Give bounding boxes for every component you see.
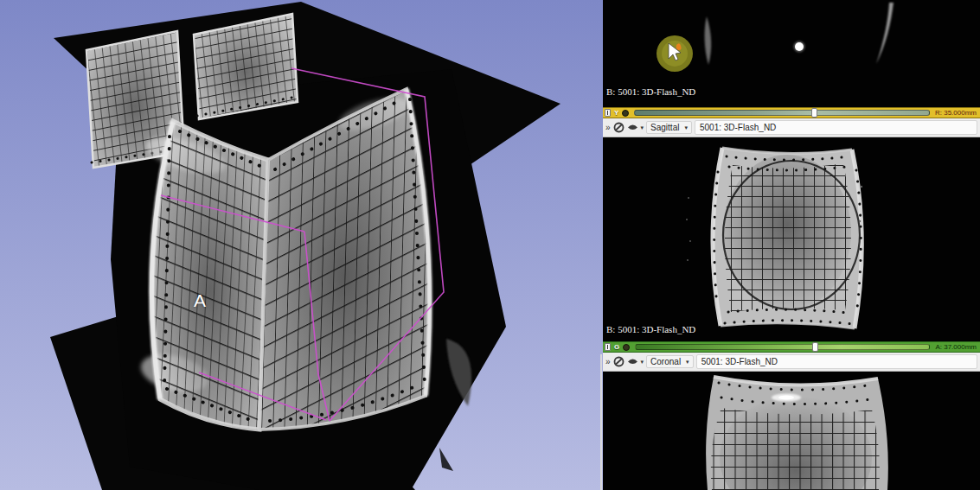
green-slice-bar: G A: 37.000mm	[603, 341, 980, 353]
background-volume-selector[interactable]: 5001: 3D-Flash_ND	[696, 354, 977, 369]
axial-corner-label: B: 5001: 3D-Flash_ND	[606, 86, 695, 97]
view-letter-badge: G	[614, 343, 619, 351]
orientation-value: Coronal	[650, 357, 681, 366]
slice-visibility-eye-icon[interactable]	[623, 344, 630, 351]
slice-visibility-eye-icon[interactable]	[622, 110, 629, 117]
pin-icon[interactable]	[605, 109, 611, 117]
green-slice-controller: G A: 37.000mm » ▾ Coronal ▾	[603, 341, 980, 372]
yellow-slice-toolbar: » ▾ Sagittal ▾ 5001: 3D-Flash_ND	[603, 118, 980, 137]
cursor-highlight	[657, 35, 693, 72]
link-views-icon[interactable]	[613, 356, 625, 367]
slice-offset-value: A: 37.000mm	[935, 343, 977, 351]
3d-view[interactable]: A	[0, 0, 603, 490]
collapse-chevrons-icon[interactable]: »	[605, 124, 611, 132]
combo-arrow-icon: ▾	[686, 359, 689, 365]
green-slice-toolbar: » ▾ Coronal ▾ 5001: 3D-Flash_ND	[603, 353, 980, 372]
background-volume-name: 5001: 3D-Flash_ND	[701, 357, 778, 366]
3d-scene	[0, 0, 603, 490]
edge-on-plane-sliver	[439, 339, 602, 490]
orientation-combobox[interactable]: Sagittal ▾	[646, 121, 692, 134]
slice-offset-slider[interactable]	[635, 344, 930, 350]
combo-arrow-icon: ▾	[684, 124, 688, 130]
sagittal-corner-label: B: 5001: 3D-Flash_ND	[606, 324, 695, 334]
background-volume-selector[interactable]: 5001: 3D-Flash_ND	[695, 120, 977, 135]
coronal-slice-view[interactable]	[603, 372, 980, 490]
phantom-grid	[715, 160, 868, 319]
eye-dropdown-arrow-icon[interactable]: ▾	[641, 124, 644, 130]
eye-icon[interactable]	[627, 124, 638, 131]
slice-offset-value: R: 35.000mm	[935, 109, 977, 117]
coronal-slice-image	[603, 372, 980, 490]
sagittal-slice-image	[603, 137, 980, 341]
yellow-slice-bar: Y R: 35.000mm	[603, 107, 980, 118]
slider-handle[interactable]	[811, 108, 817, 118]
link-views-icon[interactable]	[613, 122, 625, 133]
orientation-marker: A	[194, 290, 207, 311]
background-volume-name: 5001: 3D-Flash_ND	[700, 123, 776, 132]
orientation-value: Sagittal	[650, 123, 679, 132]
pin-icon[interactable]	[605, 343, 611, 351]
slice-offset-slider[interactable]	[634, 110, 930, 116]
yellow-slice-controller: Y R: 35.000mm » ▾ Sagittal ▾	[603, 107, 980, 137]
axial-slice-view[interactable]: B: 5001: 3D-Flash_ND	[603, 0, 980, 107]
phantom-grid	[708, 404, 883, 490]
collapse-chevrons-icon[interactable]: »	[605, 358, 611, 366]
eye-icon[interactable]	[627, 358, 638, 366]
marker-dot	[795, 42, 804, 51]
eye-dropdown-arrow-icon[interactable]: ▾	[641, 359, 644, 365]
slice-panel: B: 5001: 3D-Flash_ND Y R: 35.000mm »	[603, 0, 980, 490]
slider-handle[interactable]	[812, 342, 818, 352]
orientation-combobox[interactable]: Coronal ▾	[646, 355, 694, 368]
slicer-app: A B: 5001: 3D-Flash_ND	[0, 0, 980, 490]
sagittal-slice-view[interactable]: B: 5001: 3D-Flash_ND	[603, 137, 980, 341]
view-letter-badge: Y	[614, 109, 618, 117]
